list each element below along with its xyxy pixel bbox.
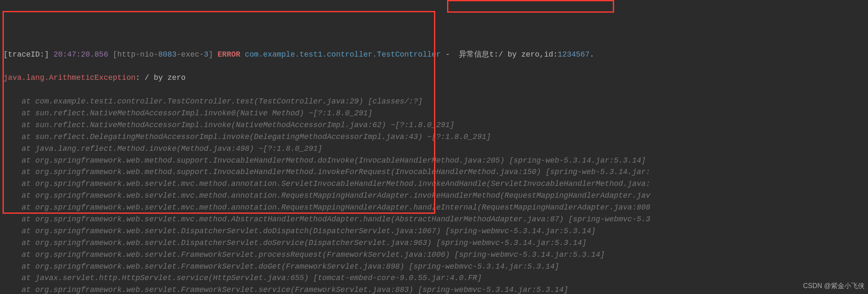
stack-frame: at org.springframework.web.servlet.Frame… [3, 249, 865, 261]
stack-frame: at org.springframework.web.servlet.Frame… [3, 284, 865, 294]
stack-frame: at org.springframework.web.servlet.Dispa… [3, 237, 865, 249]
stack-trace: at com.example.test1.controller.TestCont… [3, 96, 865, 294]
stack-frame: at org.springframework.web.servlet.mvc.m… [3, 202, 865, 214]
stack-frame: at sun.reflect.NativeMethodAccessorImpl.… [3, 108, 865, 120]
watermark: CSDN @紫金小飞侠 [803, 281, 865, 291]
stack-frame: at java.lang.reflect.Method.invoke(Metho… [3, 143, 865, 155]
stack-frame: at sun.reflect.DelegatingMethodAccessorI… [3, 131, 865, 143]
highlight-box-message [447, 0, 614, 13]
stack-frame: at org.springframework.web.servlet.mvc.m… [3, 214, 865, 226]
stack-frame: at org.springframework.web.method.suppor… [3, 155, 865, 167]
stack-frame: at javax.servlet.http.HttpServlet.servic… [3, 272, 865, 284]
stack-frame: at com.example.test1.controller.TestCont… [3, 96, 865, 108]
stack-frame: at org.springframework.web.servlet.Dispa… [3, 226, 865, 237]
timestamp: 20:47:20.856 [54, 50, 108, 59]
stack-frame: at org.springframework.web.servlet.Frame… [3, 261, 865, 273]
exception-message: : / by zero [135, 74, 186, 82]
log-level-error: ERROR [218, 50, 240, 59]
stack-frame: at org.springframework.web.servlet.mvc.m… [3, 178, 865, 190]
stack-frame: at sun.reflect.NativeMethodAccessorImpl.… [3, 120, 865, 131]
logger-name: com.example.test1.controller.TestControl… [245, 50, 441, 59]
thread-info: [http-nio-8083-exec-3] [113, 50, 213, 59]
error-message: 异常信息t:/ by zero,id: [455, 50, 558, 59]
exception-class: java.lang.ArithmeticException [3, 74, 135, 82]
error-id: 1234567 [558, 50, 590, 59]
exception-line: java.lang.ArithmeticException: / by zero [3, 72, 865, 84]
stack-frame: at org.springframework.web.servlet.mvc.m… [3, 190, 865, 202]
trace-id-label: [traceID:] [3, 50, 49, 59]
stack-frame: at org.springframework.web.method.suppor… [3, 166, 865, 178]
log-header-line: [traceID:] 20:47:20.856 [http-nio-8083-e… [3, 49, 865, 61]
